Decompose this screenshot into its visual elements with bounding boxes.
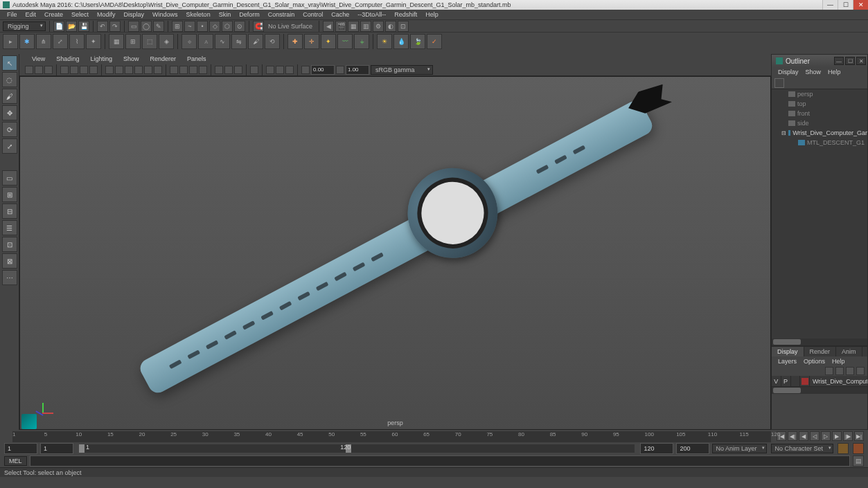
vp-btn-2[interactable] <box>35 66 43 74</box>
snap-view-button[interactable]: ⊙ <box>234 21 245 32</box>
range-slider[interactable]: 1 120 <box>79 444 635 453</box>
outliner-search-button[interactable] <box>774 78 784 88</box>
layer-row[interactable]: V P Wrist_Dive_Computer_ <box>772 376 867 387</box>
select-mode-button[interactable]: ▭ <box>128 21 139 32</box>
layers-menu-options[interactable]: Options <box>800 358 829 365</box>
outliner-min-button[interactable]: — <box>834 57 844 65</box>
layer-new-selected-button[interactable] <box>856 367 865 375</box>
lasso-tool[interactable]: ◌ <box>2 72 17 87</box>
vp-btn-16[interactable] <box>189 66 197 74</box>
set-key-button[interactable] <box>853 443 864 454</box>
layers-hscroll[interactable] <box>772 387 867 394</box>
vp-btn-20[interactable] <box>234 66 242 74</box>
script-editor-button[interactable]: ▤ <box>853 455 864 467</box>
vp-btn-8[interactable] <box>105 66 114 74</box>
shelf-flex-icon[interactable]: ⟲ <box>265 34 280 49</box>
menu-help[interactable]: Help <box>421 11 443 18</box>
lasso-button[interactable]: ◯ <box>141 21 152 32</box>
vp-btn-24[interactable] <box>285 66 294 74</box>
vp-btn-3[interactable] <box>44 66 53 74</box>
shelf-ik-icon[interactable]: ⤢ <box>53 34 68 49</box>
menu-redshift[interactable]: Redshift <box>390 11 421 18</box>
layout-outliner-button[interactable]: ☰ <box>2 220 17 235</box>
vp-btn-10[interactable] <box>125 66 133 74</box>
vp-btn-5[interactable] <box>70 66 78 74</box>
shelf-bone-icon[interactable]: ⌇ <box>69 34 85 49</box>
menu-3dtoall[interactable]: --3DtoAll-- <box>353 11 390 18</box>
vp-exposure-icon[interactable] <box>301 66 310 74</box>
snap-point-button[interactable]: • <box>197 21 208 32</box>
outliner-hscroll[interactable] <box>772 338 867 345</box>
outliner-menu-show[interactable]: Show <box>802 69 825 75</box>
undo-button[interactable]: ↶ <box>97 21 108 32</box>
vp-btn-14[interactable] <box>170 66 178 74</box>
vp-btn-23[interactable] <box>276 66 284 74</box>
shelf-plus-icon[interactable]: ✛ <box>304 34 319 49</box>
autokey-button[interactable] <box>838 443 849 454</box>
layout-two-button[interactable]: ⊟ <box>2 204 17 219</box>
minimize-button[interactable]: — <box>822 0 838 10</box>
menu-create[interactable]: Create <box>40 11 67 18</box>
shelf-lattice-icon[interactable]: ⊞ <box>125 34 141 49</box>
anim-layer-dropdown[interactable]: No Anim Layer <box>712 444 767 453</box>
select-tool[interactable]: ↖ <box>2 55 17 71</box>
vp-menu-panels[interactable]: Panels <box>181 55 212 62</box>
vp-btn-17[interactable] <box>199 66 207 74</box>
vp-btn-4[interactable] <box>60 66 69 74</box>
menu-skeleton[interactable]: Skeleton <box>182 11 215 18</box>
layer-new-empty-button[interactable] <box>846 367 854 375</box>
layers-menu-layers[interactable]: Layers <box>774 358 800 365</box>
snap-grid-button[interactable]: ⊞ <box>172 21 183 32</box>
character-set-dropdown[interactable]: No Character Set <box>771 444 833 453</box>
range-start-inner[interactable]: 1 <box>40 443 73 454</box>
shelf-cross-icon[interactable]: ✚ <box>287 34 303 49</box>
shelf-joint-icon[interactable]: ⋔ <box>36 34 51 49</box>
menu-file[interactable]: File <box>3 11 21 18</box>
shelf-grid-icon[interactable]: ▦ <box>109 34 124 49</box>
vp-gamma-icon[interactable] <box>336 66 344 74</box>
shelf-star-icon[interactable]: ✦ <box>321 34 336 49</box>
menu-skin[interactable]: Skin <box>215 11 236 18</box>
render-settings-button[interactable]: ⚙ <box>373 21 384 32</box>
maximize-button[interactable]: ☐ <box>838 0 853 10</box>
save-scene-button[interactable]: 💾 <box>78 21 89 32</box>
ipr-button[interactable]: ▦ <box>348 21 359 32</box>
vp-exposure-input[interactable]: 0.00 <box>311 65 335 75</box>
vp-btn-19[interactable] <box>224 66 233 74</box>
time-ruler[interactable]: 1510152025303540455055606570758085909510… <box>12 431 771 442</box>
vp-menu-view[interactable]: View <box>26 55 51 62</box>
shelf-paint-icon[interactable]: 🖌 <box>248 34 263 49</box>
outliner-close-button[interactable]: ✕ <box>856 57 866 65</box>
paint-tool[interactable]: 🖌 <box>2 89 17 104</box>
shelf-wave-icon[interactable]: 〰 <box>337 34 353 49</box>
vp-btn-12[interactable] <box>144 66 152 74</box>
vp-gamma-input[interactable]: 1.00 <box>346 65 369 75</box>
outliner-menu-display[interactable]: Display <box>774 69 802 75</box>
hypershade-button[interactable]: ◐ <box>385 21 396 32</box>
open-scene-button[interactable]: 📂 <box>66 21 77 32</box>
vp-menu-lighting[interactable]: Lighting <box>85 55 118 62</box>
vp-btn-22[interactable] <box>266 66 274 74</box>
vp-btn-11[interactable] <box>134 66 143 74</box>
vp-menu-show[interactable]: Show <box>118 55 145 62</box>
menu-select[interactable]: Select <box>67 11 93 18</box>
outliner-item[interactable]: ⊟Wrist_Dive_Computer_Gar <box>772 128 867 138</box>
layout-persp-button[interactable]: ⊡ <box>2 237 17 252</box>
vp-btn-18[interactable] <box>215 66 223 74</box>
vp-btn-7[interactable] <box>89 66 98 74</box>
menu-edit[interactable]: Edit <box>21 11 41 18</box>
command-input[interactable] <box>30 455 850 467</box>
tab-display[interactable]: Display <box>772 347 804 356</box>
range-end-inner[interactable]: 120 <box>640 443 673 454</box>
snap-curve-button[interactable]: ~ <box>184 21 195 32</box>
snap-live-button[interactable]: ⬡ <box>222 21 233 32</box>
shelf-pulse-icon[interactable]: ⏚ <box>354 34 369 49</box>
layer-type[interactable] <box>791 376 801 387</box>
step-back-key-button[interactable]: ◀| <box>788 431 797 441</box>
shelf-snowflake-icon[interactable]: ✱ <box>19 34 35 49</box>
menu-control[interactable]: Control <box>299 11 327 18</box>
tab-render[interactable]: Render <box>804 347 837 356</box>
shelf-weight-icon[interactable]: ∿ <box>215 34 230 49</box>
vp-btn-6[interactable] <box>80 66 88 74</box>
outliner-item[interactable]: side <box>772 118 867 128</box>
